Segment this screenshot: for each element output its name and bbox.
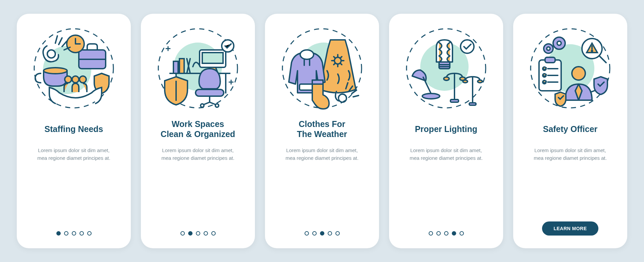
pagination-dot[interactable] (79, 231, 84, 236)
card-title: Proper Lighting (415, 119, 477, 139)
pagination-dot[interactable] (87, 231, 92, 236)
svg-point-9 (79, 76, 86, 83)
pagination-dot[interactable] (305, 231, 309, 236)
card-title: Work Spaces Clean & Organized (161, 119, 235, 139)
pagination-dot[interactable] (312, 231, 317, 236)
card-footer: LEARN MORE (523, 221, 618, 239)
svg-rect-29 (312, 80, 323, 84)
svg-point-38 (422, 93, 440, 99)
card-footer (274, 231, 370, 239)
workspace-clean-icon (156, 26, 240, 110)
card-body: Lorem ipsum dolor sit dim amet, mea regi… (406, 146, 486, 162)
svg-point-7 (65, 76, 71, 83)
card-body: Lorem ipsum dolor sit dim amet, mea regi… (158, 146, 238, 162)
pagination-dot[interactable] (460, 231, 464, 236)
svg-rect-42 (450, 100, 459, 102)
onboarding-card-1: Staffing Needs Lorem ipsum dolor sit dim… (17, 14, 131, 248)
pagination-dot[interactable] (429, 231, 433, 236)
pagination-dot[interactable] (204, 231, 208, 236)
safety-officer-icon (528, 26, 612, 110)
svg-rect-20 (196, 89, 224, 96)
svg-point-22 (201, 104, 204, 107)
svg-point-30 (338, 94, 346, 102)
svg-point-60 (557, 41, 561, 45)
svg-point-58 (547, 47, 550, 50)
card-body: Lorem ipsum dolor sit dim amet, mea regi… (34, 146, 114, 162)
card-footer (150, 231, 246, 239)
card-body: Lorem ipsum dolor sit dim amet, mea regi… (282, 146, 362, 162)
pagination-dot[interactable] (188, 231, 193, 236)
pagination-dot[interactable] (56, 231, 61, 236)
pagination-dot[interactable] (452, 231, 456, 236)
pagination-dot[interactable] (196, 231, 200, 236)
pagination-dot[interactable] (328, 231, 332, 236)
svg-point-2 (44, 68, 67, 74)
pagination-dot[interactable] (320, 231, 324, 236)
onboarding-card-3: Clothes For The Weather Lorem ipsum dolo… (265, 14, 379, 248)
pagination-dots (305, 231, 340, 236)
pagination-dot[interactable] (436, 231, 441, 236)
pagination-dots (56, 231, 92, 236)
card-footer (398, 231, 494, 239)
card-title: Safety Officer (543, 119, 598, 139)
svg-point-27 (300, 50, 314, 59)
card-body: Lorem ipsum dolor sit dim amet, mea regi… (530, 146, 610, 162)
onboarding-card-2: Work Spaces Clean & Organized Lorem ipsu… (141, 14, 255, 248)
svg-point-36 (461, 40, 474, 53)
svg-rect-18 (179, 59, 184, 73)
svg-point-23 (215, 104, 219, 107)
svg-point-45 (478, 80, 482, 83)
svg-rect-13 (202, 53, 223, 63)
pagination-dot[interactable] (444, 231, 448, 236)
svg-rect-17 (173, 61, 178, 73)
svg-rect-50 (545, 57, 555, 63)
svg-point-64 (592, 51, 593, 52)
onboarding-card-5: Safety Officer Lorem ipsum dolor sit dim… (513, 14, 627, 248)
card-footer (26, 231, 121, 239)
staffing-needs-icon (32, 26, 116, 110)
pagination-dot[interactable] (211, 231, 216, 236)
svg-rect-46 (469, 103, 476, 105)
onboarding-card-4: Proper Lighting Lorem ipsum dolor sit di… (389, 14, 503, 248)
card-title: Clothes For The Weather (297, 119, 347, 139)
card-title: Staffing Needs (44, 119, 103, 139)
pagination-dot[interactable] (72, 231, 76, 236)
proper-lighting-icon (404, 26, 488, 110)
pagination-dot[interactable] (64, 231, 68, 236)
learn-more-button[interactable]: LEARN MORE (542, 221, 598, 236)
svg-point-65 (572, 67, 585, 80)
svg-point-44 (463, 80, 468, 83)
pagination-dot[interactable] (180, 231, 185, 236)
pagination-dot[interactable] (335, 231, 340, 236)
svg-point-8 (72, 76, 79, 83)
pagination-dots (180, 231, 216, 236)
svg-line-62 (599, 56, 606, 63)
pagination-dots (429, 231, 464, 236)
weather-clothes-icon (280, 26, 364, 110)
svg-point-40 (444, 77, 449, 80)
